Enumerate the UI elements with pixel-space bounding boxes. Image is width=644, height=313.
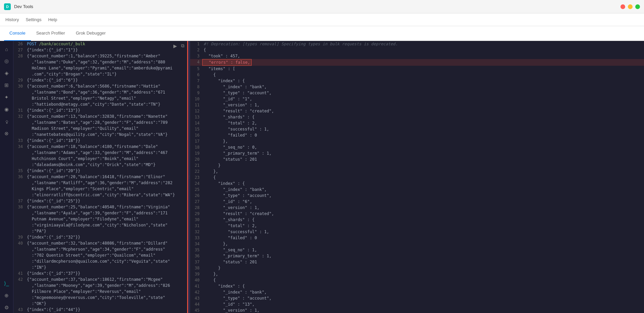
sidebar-icon-discover[interactable]: ◎	[1, 56, 12, 66]
output-line-content: "items" : [	[202, 66, 644, 72]
line-content[interactable]: {"account_number":6,"balance":5686,"firs…	[26, 83, 187, 89]
output-line: 21 }	[190, 162, 644, 168]
sidebar-icon-ml[interactable]: ⧬	[1, 116, 12, 127]
editor-line: :"mcgeemooney@reversus.com","city":"Tool…	[13, 295, 187, 301]
sidebar-icon-canvas[interactable]: ✦	[1, 92, 12, 103]
line-content[interactable]: Kings Place","employer":"Scentric","emai…	[26, 186, 187, 192]
line-content[interactable]: {"index":{"_id":"6"}}	[26, 77, 187, 83]
line-content[interactable]: {"index":{"_id":"25"}}	[26, 198, 187, 204]
line-content[interactable]: :"702 Quentin Street","employer":"Quailc…	[26, 252, 187, 258]
line-content[interactable]: {"account_number":37,"balance":18612,"fi…	[26, 276, 187, 282]
output-line-number: 11	[190, 102, 202, 108]
line-number	[13, 156, 26, 162]
sidebar-icon-dashboard[interactable]: ⊞	[1, 80, 12, 91]
line-content[interactable]: {"account_number":32,"balance":48086,"fi…	[26, 240, 187, 246]
line-content[interactable]: {"account_number":25,"balance":40540,"fi…	[26, 204, 187, 210]
line-content[interactable]: .com","city":"Brogan","state":"IL"}	[26, 71, 187, 77]
editor-line: ,"lastname":"Mcpherson","age":34,"gender…	[13, 246, 187, 252]
output-line: 15 "successful" : 1,	[190, 126, 644, 132]
line-content[interactable]: :"OK"}	[26, 301, 187, 307]
line-content[interactable]: {"index":{"_id":"37"}}	[26, 270, 187, 276]
output-line: 2{	[190, 47, 644, 53]
line-content[interactable]: {"account_number":20,"balance":16418,"fi…	[26, 174, 187, 180]
editor-line: 36{"account_number":20,"balance":16418,"…	[13, 174, 187, 180]
line-content[interactable]: {"index":{"_id":"20"}}	[26, 168, 187, 174]
line-content[interactable]: {"account_number":1,"balance":39225,"fir…	[26, 53, 187, 59]
sidebar-icon-stack[interactable]: ⊗	[1, 128, 12, 139]
output-line-number: 34	[190, 241, 202, 247]
tab-console[interactable]: Console	[4, 26, 31, 41]
output-line-content: #! Deprecation: [types removal] Specifyi…	[202, 41, 644, 47]
line-content[interactable]: Bristol Street","employer":"Netagy","ema…	[26, 95, 187, 101]
tab-grok-debugger[interactable]: Grok Debugger	[71, 26, 111, 41]
editor-line: 38{"account_number":25,"balance":40540,"…	[13, 204, 187, 210]
output-line-number: 18	[190, 144, 202, 150]
output-line-content: "errors" : false,	[202, 59, 252, 66]
line-number: 30	[13, 83, 26, 89]
output-line: 18 "_seq_no" : 0,	[190, 144, 644, 150]
minimize-button[interactable]	[628, 4, 633, 9]
nav-settings[interactable]: Settings	[26, 16, 41, 23]
line-content[interactable]: Holmes Lane","employer":"Pyrami","email"…	[26, 65, 187, 71]
nav-history[interactable]: History	[5, 16, 19, 23]
line-number	[13, 246, 26, 252]
copy-button[interactable]: ⧉	[180, 42, 186, 49]
sidebar-icon-maps[interactable]: ◉	[1, 104, 12, 115]
line-content[interactable]: :"mcgeemooney@reversus.com","city":"Tool…	[26, 295, 187, 301]
line-content[interactable]: ,"lastname":"Ratliff","age":36,"gender":…	[26, 180, 187, 186]
sidebar-icon-settings[interactable]: ⚙	[1, 302, 12, 313]
line-content[interactable]: {"account_number":13,"balance":32838,"fi…	[26, 113, 187, 119]
line-content[interactable]: POST /bank/account/_bulk	[26, 41, 187, 47]
line-content[interactable]: :"nanettebates@quility.com","city":"Noga…	[26, 132, 187, 138]
line-content[interactable]: :"dillardmcpherson@quailcom.com","city":…	[26, 258, 187, 264]
line-content[interactable]: :"PA"}	[26, 228, 187, 234]
line-content[interactable]: {"index":{"_id":"1"}}	[26, 47, 187, 53]
editor-line: Putnam Avenue","employer":"Filodyne","em…	[13, 216, 187, 222]
output-line: 14 "total" : 2,	[190, 120, 644, 126]
line-content[interactable]: {"index":{"_id":"18"}}	[26, 138, 187, 144]
line-content[interactable]: ,"lastname":"Ayala","age":39,"gender":"F…	[26, 210, 187, 216]
sidebar-icon-visualize[interactable]: ◈	[1, 68, 12, 79]
output-pane[interactable]: 1#! Deprecation: [types removal] Specify…	[190, 41, 644, 313]
sidebar-icon-devtools[interactable]: ⟩_	[1, 278, 12, 289]
line-content[interactable]: ,"lastname":"Mcpherson","age":34,"gender…	[26, 246, 187, 252]
line-content[interactable]: :"elinorratliff@scentric.com","city":"Ri…	[26, 192, 187, 198]
nav-help[interactable]: Help	[48, 16, 57, 23]
line-content[interactable]: Putnam Avenue","employer":"Filodyne","em…	[26, 216, 187, 222]
line-content[interactable]: ,"lastname":"Duke","age":32,"gender":"M"…	[26, 59, 187, 65]
output-line-content: }	[202, 265, 644, 271]
sidebar-icon-home[interactable]: ⌂	[1, 44, 12, 54]
line-content[interactable]: {"account_number":18,"balance":4180,"fir…	[26, 144, 187, 150]
editor-line: ,"lastname":"Duke","age":32,"gender":"M"…	[13, 59, 187, 65]
line-content[interactable]: ,"lastname":"Adams","age":33,"gender":"M…	[26, 150, 187, 156]
line-content[interactable]: :"virginiaayala@filodyne.com","city":"Ni…	[26, 222, 187, 228]
editor-line: ,"lastname":"Ayala","age":39,"gender":"F…	[13, 210, 187, 216]
output-line: 43 "_type" : "account",	[190, 295, 644, 301]
output-line-content: "took" : 457,	[202, 53, 644, 59]
editor-line: Holmes Lane","employer":"Pyrami","email"…	[13, 65, 187, 71]
line-content[interactable]: {"index":{"_id":"32"}}	[26, 234, 187, 240]
line-content[interactable]: {"index":{"_id":"13"}}	[26, 107, 187, 113]
line-content[interactable]: ,"lastname":"Mooney","age":39,"gender":"…	[26, 282, 187, 289]
maximize-button[interactable]	[635, 4, 640, 9]
line-content[interactable]: :"IN"}	[26, 264, 187, 270]
tab-search-profiler[interactable]: Search Profiler	[31, 26, 71, 41]
close-button[interactable]	[620, 4, 625, 9]
run-button[interactable]: ▶	[172, 42, 178, 49]
output-line-number: 10	[190, 96, 202, 102]
line-content[interactable]: ,"lastname":"Bates","age":28,"gender":"F…	[26, 119, 187, 125]
output-line: 30 "_shards" : {	[190, 217, 644, 223]
editor-scroll[interactable]: 26POST /bank/account/_bulk27{"index":{"_…	[13, 41, 187, 313]
line-number: 43	[13, 307, 26, 313]
line-content[interactable]: :"daleadams@boink.com","city":"Orick","s…	[26, 162, 187, 168]
output-line-number: 5	[190, 66, 202, 72]
line-content[interactable]: :"hattiebond@netagy.com","city":"Dante",…	[26, 101, 187, 107]
sidebar-icon-stack-management[interactable]: ⊕	[1, 290, 12, 301]
line-content[interactable]: Hutchinson Court","employer":"Boink","em…	[26, 156, 187, 162]
editor-line: :"hattiebond@netagy.com","city":"Dante",…	[13, 101, 187, 107]
line-content[interactable]: ,"lastname":"Bond","age":36,"gender":"M"…	[26, 89, 187, 95]
line-content[interactable]: Fillmore Place","employer":"Reversus","e…	[26, 289, 187, 295]
line-content[interactable]: {"index":{"_id":"44"}}	[26, 307, 187, 313]
editor-line: 30{"account_number":6,"balance":5686,"fi…	[13, 83, 187, 89]
line-content[interactable]: Madison Street","employer":"Quility","em…	[26, 125, 187, 132]
